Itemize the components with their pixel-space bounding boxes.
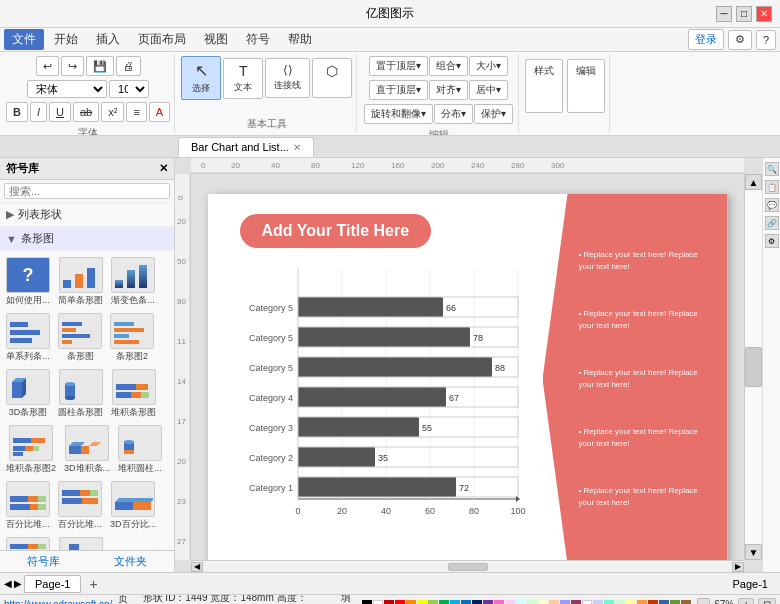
- close-button[interactable]: ✕: [756, 6, 772, 22]
- color-swatch-paleyellow[interactable]: [626, 600, 636, 605]
- extra-tools-button[interactable]: ⬡: [312, 58, 352, 98]
- align-left-button[interactable]: ≡: [126, 102, 146, 122]
- canvas-scroll[interactable]: • Replace your text here! Replace your t…: [191, 174, 744, 560]
- tool-1[interactable]: 🔍: [765, 162, 779, 176]
- tab-bar-chart[interactable]: Bar Chart and List... ✕: [178, 137, 314, 157]
- underline-button[interactable]: U: [49, 102, 71, 122]
- edit-button[interactable]: 编辑: [567, 59, 605, 113]
- group-button[interactable]: 组合▾: [429, 56, 468, 76]
- menu-page-layout[interactable]: 页面布局: [130, 29, 194, 50]
- shape-3d-bar[interactable]: 3D条形图: [4, 367, 52, 421]
- bring-front-button[interactable]: 置于顶层▾: [369, 56, 428, 76]
- color-swatch-lavender[interactable]: [593, 600, 603, 605]
- print-button[interactable]: 🖨: [116, 56, 141, 76]
- tool-2[interactable]: 📋: [765, 180, 779, 194]
- style-button[interactable]: 样式: [525, 59, 563, 113]
- fit-page-button[interactable]: ⊡: [758, 598, 776, 604]
- color-swatch-mint[interactable]: [604, 600, 614, 605]
- bold-button[interactable]: B: [6, 102, 28, 122]
- color-swatch-white[interactable]: [373, 600, 383, 605]
- section-list-shapes[interactable]: ▶ 列表形状: [0, 203, 174, 227]
- page-add-button[interactable]: +: [83, 574, 103, 594]
- font-select[interactable]: 宋体: [27, 80, 107, 98]
- color-swatch-purple[interactable]: [483, 600, 493, 605]
- symbols-tab[interactable]: 符号库: [0, 551, 87, 572]
- font-color-button[interactable]: A: [149, 102, 170, 122]
- shape-cylinder-bar[interactable]: 圆柱条形图: [56, 367, 105, 421]
- color-swatch-plum[interactable]: [571, 600, 581, 605]
- login-button[interactable]: 登录: [688, 29, 724, 50]
- color-swatch-olive[interactable]: [670, 600, 680, 605]
- color-swatch-lightcyan[interactable]: [516, 600, 526, 605]
- size-button[interactable]: 大小▾: [469, 56, 508, 76]
- select-tool-button[interactable]: ↖ 选择: [181, 56, 221, 100]
- tool-3[interactable]: 💬: [765, 198, 779, 212]
- section-bar-chart[interactable]: ▼ 条形图: [0, 227, 174, 251]
- shape-single-series[interactable]: 单系列条...: [4, 311, 52, 365]
- color-swatch-peach[interactable]: [549, 600, 559, 605]
- color-swatch-blue[interactable]: [461, 600, 471, 605]
- shape-bar-chart2[interactable]: 条形图2: [108, 311, 156, 365]
- color-swatch-brown[interactable]: [681, 600, 691, 605]
- menu-help[interactable]: 帮助: [280, 29, 320, 50]
- color-swatch-steelblue[interactable]: [659, 600, 669, 605]
- zoom-out-button[interactable]: -: [697, 598, 710, 604]
- tool-4[interactable]: 🔗: [765, 216, 779, 230]
- menu-file[interactable]: 文件: [4, 29, 44, 50]
- redo-button[interactable]: ↪: [61, 56, 84, 76]
- shape-simple-bar[interactable]: 简单条形图: [56, 255, 105, 309]
- color-swatch-pink[interactable]: [494, 600, 504, 605]
- italic-button[interactable]: I: [30, 102, 47, 122]
- shape-single-bar[interactable]: 单条条形图: [56, 535, 105, 550]
- shape-bar-chart[interactable]: 条形图: [56, 311, 104, 365]
- h-scrollbar[interactable]: ◀ ▶: [191, 560, 744, 572]
- shape-percent-stacked[interactable]: 百分比堆...: [4, 479, 52, 533]
- center-button[interactable]: 居中▾: [469, 80, 508, 100]
- color-swatch-green[interactable]: [439, 600, 449, 605]
- minimize-button[interactable]: ─: [716, 6, 732, 22]
- color-swatch-lightblue[interactable]: [450, 600, 460, 605]
- files-tab[interactable]: 文件夹: [87, 551, 174, 572]
- superscript-button[interactable]: x²: [101, 102, 124, 122]
- text-tool-button[interactable]: T 文本: [223, 58, 263, 99]
- distribute-button[interactable]: 分布▾: [434, 104, 473, 124]
- color-swatch-orange[interactable]: [406, 600, 416, 605]
- shape-percent-stacked2[interactable]: 百分比堆...: [56, 479, 104, 533]
- color-swatch-darkred[interactable]: [384, 600, 394, 605]
- shape-howto[interactable]: ? 如何使用...: [4, 255, 52, 309]
- color-swatch-palegreen[interactable]: [615, 600, 625, 605]
- color-swatch-rust[interactable]: [648, 600, 658, 605]
- zoom-in-button[interactable]: +: [738, 598, 754, 604]
- shape-search-input[interactable]: [4, 183, 170, 199]
- strikethrough-button[interactable]: ab: [73, 102, 99, 122]
- color-swatch-darkblue[interactable]: [472, 600, 482, 605]
- page-nav-left[interactable]: ◀: [4, 578, 12, 589]
- color-swatch-lightgreen[interactable]: [428, 600, 438, 605]
- website-url[interactable]: http://www.edrawsoft.cn/: [4, 599, 112, 604]
- font-size-select[interactable]: 10: [109, 80, 149, 98]
- connect-tool-button[interactable]: ⟨⟩ 连接线: [265, 58, 310, 98]
- shape-gradient-bar[interactable]: 渐变色条...: [109, 255, 157, 309]
- send-back-button[interactable]: 直于顶层▾: [369, 80, 428, 100]
- color-swatch-lightpink[interactable]: [505, 600, 515, 605]
- shape-3d-percent-stacked[interactable]: 3D百分比...: [108, 479, 158, 533]
- settings-button[interactable]: ⚙: [728, 30, 752, 50]
- color-swatch-red[interactable]: [395, 600, 405, 605]
- color-swatch-amber[interactable]: [637, 600, 647, 605]
- page-tab-1[interactable]: Page-1: [24, 575, 81, 593]
- menu-view[interactable]: 视图: [196, 29, 236, 50]
- panel-close-icon[interactable]: ✕: [159, 162, 168, 175]
- slide-title[interactable]: Add Your Title Here: [240, 214, 432, 248]
- color-swatch-white2[interactable]: [582, 600, 592, 605]
- color-swatch-lightgreen2[interactable]: [527, 600, 537, 605]
- maximize-button[interactable]: □: [736, 6, 752, 22]
- protect-button[interactable]: 保护▾: [474, 104, 513, 124]
- color-swatch-black[interactable]: [362, 600, 372, 605]
- align-button[interactable]: 对齐▾: [429, 80, 468, 100]
- tool-5[interactable]: ⚙: [765, 234, 779, 248]
- menu-insert[interactable]: 插入: [88, 29, 128, 50]
- rotate-button[interactable]: 旋转和翻像▾: [364, 104, 433, 124]
- save-button[interactable]: 💾: [86, 56, 114, 76]
- color-swatch-lightyellow[interactable]: [538, 600, 548, 605]
- shape-3d-stacked-bar[interactable]: 3D堆积条...: [62, 423, 112, 477]
